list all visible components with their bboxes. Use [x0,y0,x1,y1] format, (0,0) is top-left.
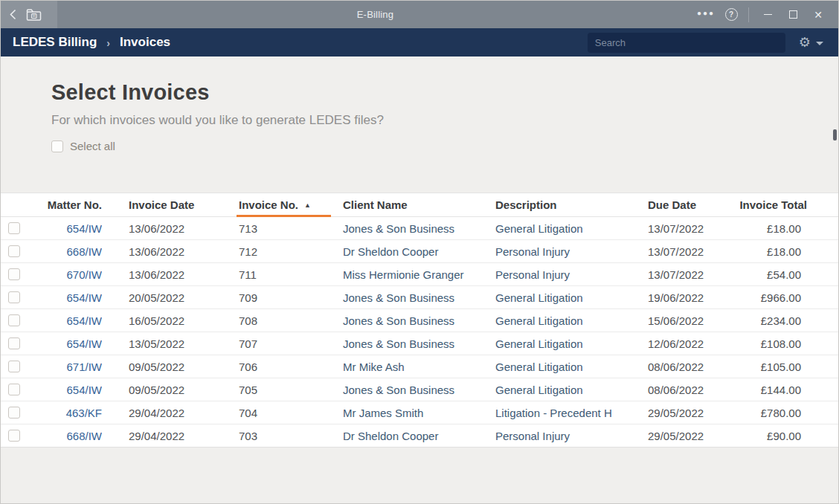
cell-description: General Litigation [469,361,621,373]
table-row[interactable]: 668/IW13/06/2022712Dr Sheldon CooperPers… [1,240,838,263]
cell-client-name: Jones & Son Business [316,337,469,350]
cell-invoice-no: 703 [212,430,316,442]
row-checkbox[interactable] [8,361,20,372]
titlebar-left-group: M [1,1,57,28]
matter-link[interactable]: 654/IW [66,337,102,350]
row-checkbox[interactable] [8,430,20,442]
row-checkbox[interactable] [8,337,20,349]
caret-down-icon[interactable] [816,42,823,45]
cell-client-name: Mr Mike Ash [316,361,469,373]
cell-client-name: Miss Hermionie Granger [316,268,469,281]
row-checkbox[interactable] [8,384,20,395]
maximize-icon[interactable] [780,1,806,28]
cell-description: General Litigation [469,291,621,304]
cell-matter-no: 463/KF [30,407,102,419]
cell-invoice-date: 20/05/2022 [102,291,212,304]
table-row[interactable]: 670/IW13/06/2022711Miss Hermionie Grange… [1,263,838,286]
header-invoice-no[interactable]: Invoice No. ▲ [212,193,316,216]
help-icon[interactable]: ? [719,1,744,28]
table-row[interactable]: 654/IW09/05/2022705Jones & Son BusinessG… [1,378,838,401]
cell-matter-no: 654/IW [30,291,102,304]
row-checkbox[interactable] [8,291,20,303]
table-row[interactable]: 654/IW20/05/2022709Jones & Son BusinessG… [1,286,838,309]
select-all-checkbox[interactable] [51,140,63,152]
table-row[interactable]: 654/IW13/05/2022707Jones & Son BusinessG… [1,332,838,355]
matter-link[interactable]: 463/KF [66,407,102,419]
matter-link[interactable]: 668/IW [66,245,102,258]
table-row[interactable]: 463/KF29/04/2022704Mr James SmithLitigat… [1,401,838,424]
matter-link[interactable]: 654/IW [66,314,102,327]
cell-invoice-total: £18.00 [718,222,838,235]
matter-link[interactable]: 670/IW [66,268,102,281]
folder-m-icon[interactable]: M [25,8,42,22]
table-row[interactable]: 671/IW09/05/2022706Mr Mike AshGeneral Li… [1,355,838,378]
matter-link[interactable]: 671/IW [66,361,102,373]
matter-link[interactable]: 654/IW [66,291,102,304]
window-title: E-Billing [57,1,693,28]
cell-due-date: 08/06/2022 [621,361,718,373]
cell-invoice-date: 29/04/2022 [102,407,212,419]
select-all[interactable]: Select all [51,140,838,152]
row-checkbox[interactable] [8,407,20,419]
row-checkbox[interactable] [8,268,20,280]
cell-client-name: Dr Sheldon Cooper [316,430,469,442]
cell-matter-no: 670/IW [30,268,102,281]
search-input[interactable] [588,33,785,53]
row-checkbox[interactable] [8,245,20,257]
footer-area [1,448,838,503]
header-invoice-total[interactable]: Invoice Total [718,193,838,216]
breadcrumb-separator-icon: › [106,36,110,49]
close-icon[interactable]: ✕ [806,1,831,28]
cell-invoice-total: £144.00 [718,384,838,396]
row-checkbox-cell [1,291,30,303]
cell-invoice-total: £105.00 [718,361,838,373]
cell-invoice-total: £108.00 [718,337,838,350]
matter-link[interactable]: 654/IW [66,384,102,396]
svg-text:M: M [33,14,36,18]
header-description[interactable]: Description [469,193,621,216]
cell-client-name: Mr James Smith [316,407,469,419]
header-due-date[interactable]: Due Date [621,193,718,216]
row-checkbox-cell [1,407,30,419]
cell-invoice-total: £90.00 [718,430,838,442]
cell-description: Litigation - Precedent H [469,407,621,419]
cell-description: Personal Injury [469,245,621,258]
cell-due-date: 29/05/2022 [621,430,718,442]
matter-link[interactable]: 668/IW [66,430,102,442]
row-checkbox-cell [1,245,30,257]
cell-invoice-no: 704 [212,407,316,419]
cell-description: Personal Injury [469,268,621,281]
cell-due-date: 08/06/2022 [621,384,718,396]
cell-invoice-no: 713 [212,222,316,235]
header-matter-no[interactable]: Matter No. [30,193,102,216]
back-icon[interactable] [10,9,16,20]
settings-menu[interactable]: ⚙ [799,36,823,49]
table-row[interactable]: 668/IW29/04/2022703Dr Sheldon CooperPers… [1,424,838,448]
more-icon[interactable]: ●●● [693,1,719,28]
row-checkbox[interactable] [8,314,20,326]
scrollbar-thumb[interactable] [833,129,837,140]
cell-invoice-no: 708 [212,314,316,327]
header-invoice-date[interactable]: Invoice Date [102,193,212,216]
row-checkbox[interactable] [8,222,20,234]
sort-ascending-icon: ▲ [304,201,311,209]
cell-due-date: 15/06/2022 [621,314,718,327]
cell-invoice-date: 09/05/2022 [102,361,212,373]
matter-link[interactable]: 654/IW [66,222,102,235]
app-window: M E-Billing ●●● ? ✕ LEDES Billing › Invo… [0,0,839,504]
cell-description: Personal Injury [469,430,621,442]
cell-invoice-date: 13/06/2022 [102,245,212,258]
table-row[interactable]: 654/IW16/05/2022708Jones & Son BusinessG… [1,309,838,332]
cell-invoice-date: 13/05/2022 [102,337,212,350]
page-subtitle: For which invoices would you like to gen… [51,113,838,128]
table-row[interactable]: 654/IW13/06/2022713Jones & Son BusinessG… [1,217,838,240]
breadcrumb-root[interactable]: LEDES Billing [13,35,97,50]
cell-description: General Litigation [469,314,621,327]
cell-matter-no: 654/IW [30,384,102,396]
header-client-name[interactable]: Client Name [316,193,469,216]
cell-invoice-total: £966.00 [718,291,838,304]
cell-description: General Litigation [469,384,621,396]
gear-icon[interactable]: ⚙ [799,36,811,49]
cell-invoice-no: 709 [212,291,316,304]
minimize-icon[interactable] [755,1,780,28]
